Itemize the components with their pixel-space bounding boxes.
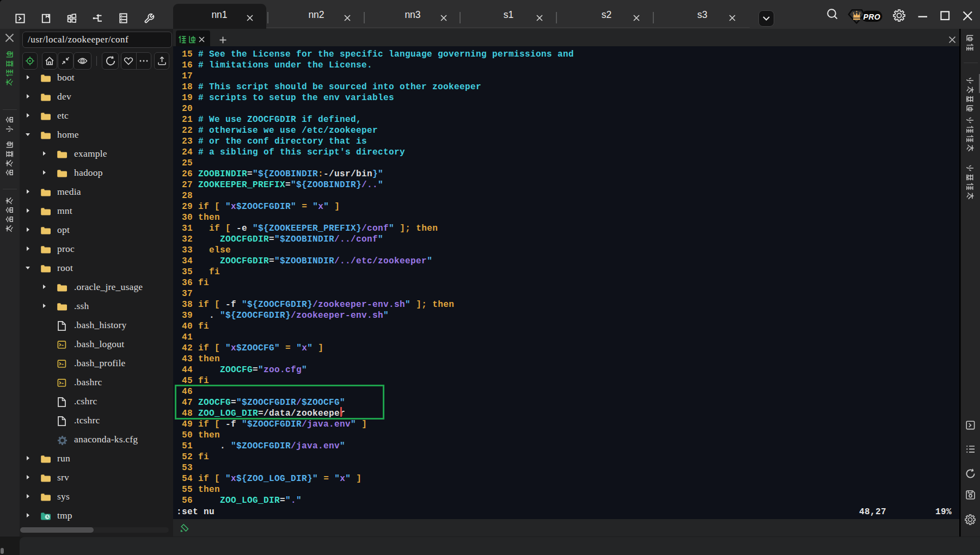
svg-text:PRO: PRO <box>863 13 881 21</box>
